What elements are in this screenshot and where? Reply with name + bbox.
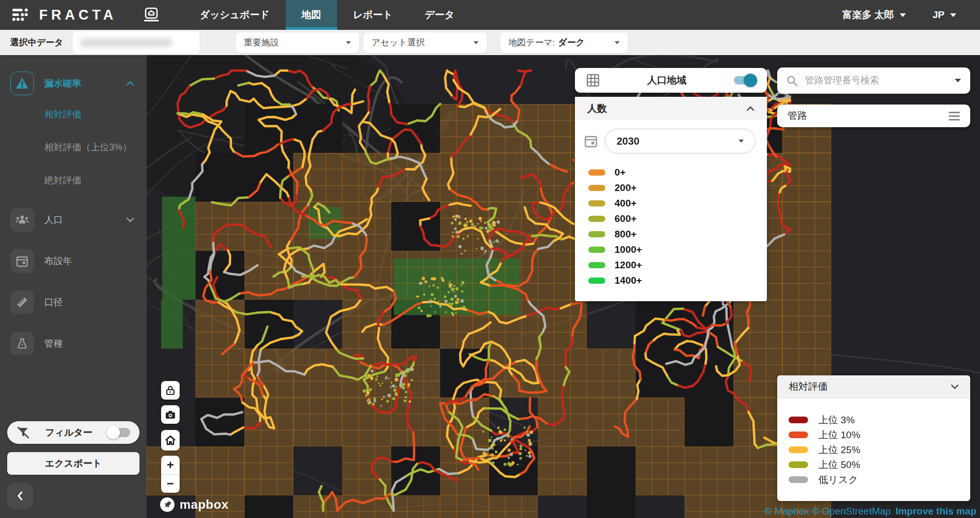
ruler-icon (15, 296, 29, 309)
legend-row: 600+ (588, 211, 767, 227)
legend-label: 600+ (615, 213, 637, 225)
language-menu[interactable]: JP (933, 9, 956, 21)
population-area-pill: 人口地域 (575, 68, 767, 93)
legend-row: 上位 10% (789, 427, 970, 442)
sidebar-item-label: 管種 (44, 337, 63, 350)
flask-icon (16, 337, 28, 350)
map-theme-select[interactable]: 地図テーマ: ダーク (500, 32, 628, 53)
lock-icon (166, 385, 175, 395)
chevron-down-icon[interactable] (955, 79, 961, 82)
population-area-toggle[interactable] (734, 76, 756, 84)
tab-map[interactable]: 地図 (286, 0, 337, 30)
sidebar-collapse-button[interactable] (7, 483, 33, 509)
legend-swatch (789, 461, 808, 468)
language-code: JP (933, 9, 944, 21)
fracta-logo-icon (11, 7, 30, 23)
legend-label: 上位 50% (818, 458, 860, 472)
search-icon (786, 75, 798, 87)
legend-swatch (588, 216, 605, 222)
reset-view-button[interactable] (161, 430, 180, 451)
tab-dashboard[interactable]: ダッシュボード (184, 0, 286, 30)
chevron-down-icon (739, 140, 744, 143)
sidebar-item-pipe-material[interactable]: 管種 (0, 332, 147, 355)
relative-eval-legend: 上位 3% 上位 10% 上位 25% 上位 50% 低リスク (777, 398, 970, 487)
chevron-up-icon[interactable] (746, 106, 755, 111)
ruler-icon-box (10, 290, 34, 314)
user-menu[interactable]: 富楽多 太郎 (842, 8, 905, 22)
tab-data[interactable]: データ (409, 0, 470, 30)
menu-icon[interactable] (949, 112, 960, 120)
chevron-down-icon (346, 41, 351, 44)
chevron-down-icon (615, 41, 620, 44)
chevron-down-icon (900, 13, 906, 17)
zoom-in-button[interactable]: + (161, 456, 180, 475)
legend-row: 800+ (588, 227, 767, 242)
tab-map-label: 地図 (302, 8, 321, 22)
selected-data-field[interactable] (73, 31, 200, 54)
camera-icon (165, 410, 176, 419)
attribution-text[interactable]: © Mapbox © OpenStreetMap (764, 506, 891, 516)
calendar-icon-box (10, 249, 34, 273)
user-name: 富楽多 太郎 (842, 8, 894, 22)
toggle-knob (744, 74, 757, 87)
pipe-layer-box[interactable]: 管路 (777, 105, 970, 127)
lock-map-button[interactable] (161, 381, 180, 400)
toggle-knob (107, 426, 120, 439)
map-container: + − mapbox 人口地域 人数 (147, 55, 980, 518)
legend-swatch (588, 231, 605, 237)
sidebar: 漏水確率 相対評価 相対評価（上位3%） 絶対評価 人口 布設年 (0, 55, 147, 518)
zoom-controls: + − (161, 456, 180, 493)
legend-label: 200+ (615, 182, 637, 194)
legend-swatch (789, 431, 808, 438)
filter-toggle[interactable] (108, 428, 130, 437)
sidebar-subitem-absolute-eval[interactable]: 絶対評価 (0, 174, 147, 186)
chevron-down-icon[interactable] (951, 384, 959, 389)
warning-icon-box (10, 72, 34, 95)
relative-eval-header[interactable]: 相対評価 (777, 375, 970, 398)
pipe-search-input[interactable] (805, 75, 955, 86)
asset-select-label: アセット選択 (372, 37, 425, 48)
sidebar-item-label: 漏水確率 (44, 77, 81, 90)
asset-select[interactable]: アセット選択 (363, 32, 487, 53)
legend-row: 1200+ (588, 257, 767, 273)
important-facility-label: 重要施設 (244, 37, 279, 48)
nav-right: 富楽多 太郎 JP (842, 8, 980, 22)
sidebar-subitem-relative-eval[interactable]: 相対評価 (0, 108, 147, 120)
tab-report[interactable]: レポート (337, 0, 409, 30)
improve-map-link[interactable]: Improve this map (896, 506, 976, 516)
legend-row: 上位 25% (789, 442, 970, 457)
legend-label: 800+ (615, 229, 637, 240)
sidebar-item-diameter[interactable]: 口径 (0, 290, 147, 314)
sidebar-item-label: 人口 (44, 214, 63, 226)
legend-row: 上位 3% (789, 412, 970, 427)
chevron-up-icon[interactable] (126, 81, 134, 86)
screenshot-button[interactable] (161, 405, 180, 424)
population-legend: 0+ 200+ 400+ 600+ 800+ 1000+ 1200+ 1400+ (575, 153, 767, 288)
year-row: 2030 (575, 120, 767, 153)
export-button[interactable]: エクスポート (7, 452, 139, 475)
population-panel-header[interactable]: 人数 (575, 97, 767, 120)
relative-eval-panel: 相対評価 上位 3% 上位 10% 上位 25% 上位 50% 低リスク (777, 375, 970, 501)
legend-swatch (588, 247, 605, 253)
zoom-out-button[interactable]: − (161, 475, 180, 493)
legend-row: 400+ (588, 196, 767, 211)
important-facility-select[interactable]: 重要施設 (236, 32, 359, 53)
legend-label: 低リスク (818, 473, 858, 487)
sidebar-subitem-relative-eval-top3[interactable]: 相対評価（上位3%） (0, 141, 147, 153)
calendar-icon (584, 134, 598, 148)
sidebar-item-leak-probability[interactable]: 漏水確率 (0, 72, 147, 95)
mapbox-logo[interactable]: mapbox (160, 497, 229, 512)
selected-data-value-redacted (80, 39, 172, 46)
brand-logo[interactable]: FRACTA (0, 7, 122, 23)
map-theme-label: 地図テーマ: (509, 37, 555, 48)
filter-button[interactable]: フィルター (7, 421, 139, 444)
year-select[interactable]: 2030 (605, 129, 756, 153)
sidebar-item-install-year[interactable]: 布設年 (0, 249, 147, 273)
tab-report-label: レポート (353, 8, 393, 22)
warning-triangle-icon (15, 77, 29, 90)
home-button[interactable] (139, 3, 163, 27)
pipe-search-box (777, 67, 970, 94)
sidebar-item-population[interactable]: 人口 (0, 208, 147, 232)
chevron-down-icon (950, 13, 956, 17)
chevron-down-icon[interactable] (126, 217, 134, 222)
